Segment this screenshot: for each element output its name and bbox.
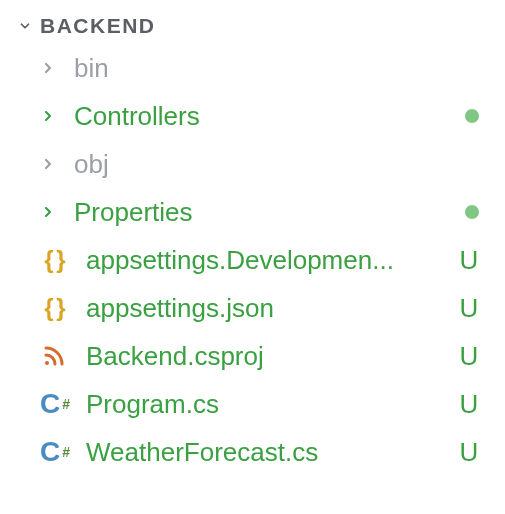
- item-label: bin: [74, 53, 487, 84]
- json-icon: { }: [40, 246, 68, 274]
- git-modified-dot: [465, 205, 479, 219]
- svg-point-0: [45, 361, 49, 365]
- item-label: appsettings.json: [86, 293, 441, 324]
- tree-root-item[interactable]: BACKEND: [0, 8, 505, 44]
- chevron-right-icon: [40, 156, 56, 172]
- item-label: Controllers: [74, 101, 447, 132]
- git-untracked-badge: U: [459, 341, 479, 372]
- folder-item[interactable]: bin: [0, 44, 505, 92]
- file-item[interactable]: C#Program.csU: [0, 380, 505, 428]
- git-untracked-badge: U: [459, 389, 479, 420]
- git-modified-dot: [465, 109, 479, 123]
- xml-icon: [40, 342, 68, 370]
- folder-item[interactable]: Properties: [0, 188, 505, 236]
- chevron-right-icon: [40, 108, 56, 124]
- file-item[interactable]: { }appsettings.Developmen...U: [0, 236, 505, 284]
- item-label: appsettings.Developmen...: [86, 245, 441, 276]
- chevron-right-icon: [40, 60, 56, 76]
- item-label: Backend.csproj: [86, 341, 441, 372]
- file-item[interactable]: C#WeatherForecast.csU: [0, 428, 505, 476]
- file-item[interactable]: { }appsettings.jsonU: [0, 284, 505, 332]
- folder-item[interactable]: obj: [0, 140, 505, 188]
- root-label: BACKEND: [40, 14, 156, 38]
- item-label: obj: [74, 149, 487, 180]
- git-untracked-badge: U: [459, 293, 479, 324]
- item-label: WeatherForecast.cs: [86, 437, 441, 468]
- folder-item[interactable]: Controllers: [0, 92, 505, 140]
- csharp-icon: C#: [40, 438, 68, 466]
- git-untracked-badge: U: [459, 245, 479, 276]
- file-item[interactable]: Backend.csprojU: [0, 332, 505, 380]
- item-label: Properties: [74, 197, 447, 228]
- chevron-right-icon: [40, 204, 56, 220]
- chevron-down-icon: [18, 19, 32, 33]
- csharp-icon: C#: [40, 390, 68, 418]
- json-icon: { }: [40, 294, 68, 322]
- item-label: Program.cs: [86, 389, 441, 420]
- git-untracked-badge: U: [459, 437, 479, 468]
